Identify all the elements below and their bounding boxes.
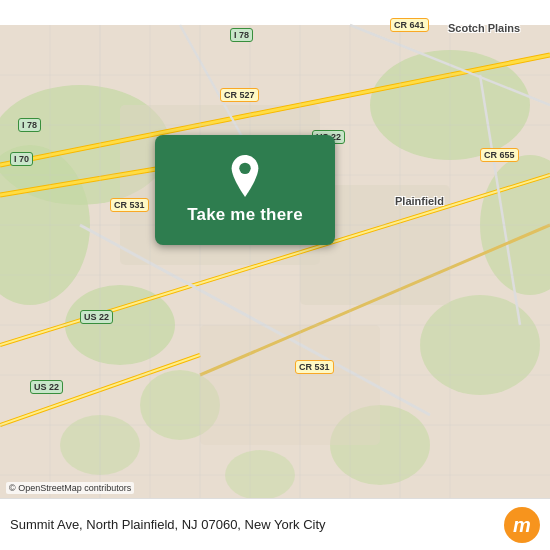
road-label-i78-mid: I 78 xyxy=(18,118,41,132)
location-pin-icon xyxy=(227,155,263,197)
svg-point-7 xyxy=(420,295,540,395)
road-label-i70: I 70 xyxy=(10,152,33,166)
map-container: I 78 I 78 I 70 CR 641 CR 527 US 22 CR 53… xyxy=(0,0,550,550)
road-label-cr527: CR 527 xyxy=(220,88,259,102)
button-label: Take me there xyxy=(187,205,303,225)
take-me-there-button[interactable]: Take me there xyxy=(155,135,335,245)
road-label-us22-mid: US 22 xyxy=(80,310,113,324)
road-label-i78-top: I 78 xyxy=(230,28,253,42)
moovit-letter: m xyxy=(513,515,531,535)
road-label-cr531-left: CR 531 xyxy=(110,198,149,212)
svg-rect-13 xyxy=(200,325,380,445)
bottom-bar: Summit Ave, North Plainfield, NJ 07060, … xyxy=(0,498,550,550)
road-label-cr531-bot: CR 531 xyxy=(295,360,334,374)
road-label-cr655: CR 655 xyxy=(480,148,519,162)
map-background xyxy=(0,0,550,550)
road-label-us22-bot: US 22 xyxy=(30,380,63,394)
road-label-cr641: CR 641 xyxy=(390,18,429,32)
place-label-scotch-plains: Scotch Plains xyxy=(448,22,520,34)
address-text: Summit Ave, North Plainfield, NJ 07060, … xyxy=(10,517,504,532)
moovit-icon: m xyxy=(504,507,540,543)
osm-credit: © OpenStreetMap contributors xyxy=(6,482,134,494)
moovit-logo: m xyxy=(504,507,540,543)
svg-point-45 xyxy=(239,163,250,174)
place-label-plainfield: Plainfield xyxy=(395,195,444,207)
